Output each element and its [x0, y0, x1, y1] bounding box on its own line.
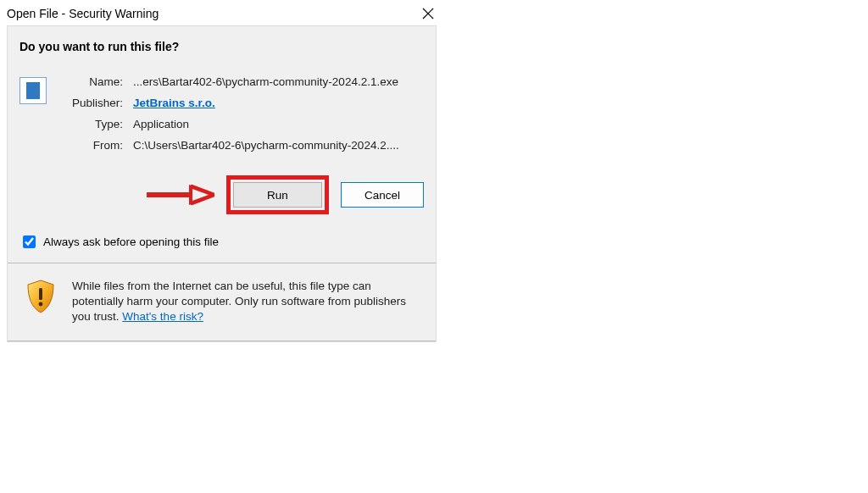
svg-rect-6: [39, 288, 42, 300]
name-label: Name:: [72, 75, 123, 88]
whats-the-risk-link[interactable]: What's the risk?: [122, 310, 203, 323]
publisher-label: Publisher:: [72, 97, 123, 109]
svg-rect-2: [147, 192, 192, 197]
type-value: Application: [133, 118, 399, 130]
always-ask-row: Always ask before opening this file: [19, 233, 424, 251]
name-value: ...ers\Bartar402-6\pycharm-community-202…: [133, 75, 399, 88]
titlebar: Open File - Security Warning: [0, 0, 443, 25]
security-warning-dialog: Open File - Security Warning Do you want…: [0, 0, 443, 342]
button-row: Run Cancel: [19, 175, 424, 214]
run-button[interactable]: Run: [233, 182, 322, 208]
info-row: Name: ...ers\Bartar402-6\pycharm-communi…: [19, 75, 424, 152]
cancel-button[interactable]: Cancel: [341, 182, 424, 208]
from-value: C:\Users\Bartar402-6\pycharm-community-2…: [133, 139, 399, 152]
annotation-arrow-icon: [147, 185, 214, 205]
close-icon[interactable]: [420, 5, 437, 22]
always-ask-checkbox[interactable]: [23, 235, 36, 248]
shield-icon: [25, 279, 57, 314]
application-icon: [19, 77, 47, 104]
dialog-body: Do you want to run this file? Name: ...e…: [7, 25, 437, 342]
always-ask-label: Always ask before opening this file: [43, 235, 219, 248]
heading: Do you want to run this file?: [19, 40, 424, 53]
publisher-link[interactable]: JetBrains s.r.o.: [133, 97, 215, 109]
type-label: Type:: [72, 118, 123, 130]
file-fields: Name: ...ers\Bartar402-6\pycharm-communi…: [72, 75, 399, 152]
from-label: From:: [72, 139, 123, 152]
window-title: Open File - Security Warning: [7, 7, 159, 20]
warning-text: While files from the Internet can be use…: [72, 279, 419, 325]
warning-section: While files from the Internet can be use…: [19, 263, 424, 341]
svg-point-7: [39, 302, 43, 307]
annotation-highlight: Run: [226, 175, 329, 214]
divider-bottom: [8, 341, 436, 341]
